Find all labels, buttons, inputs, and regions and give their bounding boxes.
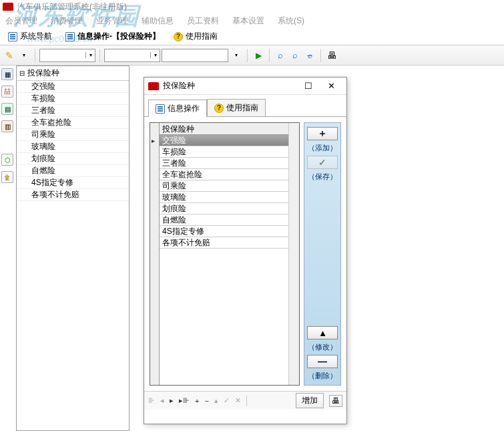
nav-cancel[interactable]: ✕ [235, 396, 241, 405]
side-icon-2[interactable]: 喆 [1, 86, 13, 98]
doc-icon [65, 32, 75, 41]
tree-panel: ⊟ 投保险种 交强险 车损险 三者险 全车盗抢险 司乘险 玻璃险 划痕险 自燃险… [16, 65, 130, 431]
save-label: （保存） [308, 172, 337, 182]
tab-label: 信息操作 [168, 103, 200, 114]
separator [35, 49, 35, 62]
search-dropdown[interactable]: ▾ [230, 49, 243, 62]
collapse-icon: ⊟ [19, 69, 25, 77]
nav-prev[interactable]: ◂ [160, 396, 164, 405]
footer-print-button[interactable]: 🖶 [329, 395, 342, 407]
grid-column: 投保险种 交强险 车损险 三者险 全车盗抢险 司乘险 玻璃险 划痕险 自燃险 4… [160, 123, 288, 385]
grid-row[interactable]: 车损险 [160, 146, 288, 158]
dialog-titlebar[interactable]: 投保险种 ☐ ✕ [144, 78, 346, 95]
tree-item[interactable]: 玻璃险 [17, 141, 129, 153]
side-icon-6[interactable]: 🗑 [1, 171, 13, 183]
toolbar: ✎ ▾ ▾ ▾ ▾ ▶ ⌕ ⌕ ⌕ 🖶 [0, 45, 504, 65]
tab-info-operation[interactable]: 信息操作-【投保险种】 [60, 29, 166, 44]
grid-row[interactable]: 各项不计免赔 [160, 237, 288, 249]
edit-dropdown[interactable]: ▾ [17, 49, 31, 62]
add-button[interactable]: ＋ [307, 127, 338, 140]
grid-row[interactable]: 自燃险 [160, 214, 288, 226]
tree-item[interactable]: 三者险 [17, 105, 129, 117]
dialog-icon [148, 82, 159, 90]
grid-row[interactable]: 玻璃险 [160, 192, 288, 203]
side-icon-1[interactable]: ▦ [1, 68, 13, 80]
nav-first[interactable]: ⊪ [148, 396, 155, 405]
nav-edit[interactable]: ▴ [214, 396, 218, 405]
tree-item[interactable]: 4S指定专修 [17, 177, 129, 189]
grid-row[interactable]: 三者险 [160, 158, 288, 169]
tab-label: 信息操作-【投保险种】 [77, 31, 160, 42]
menu-system[interactable]: 系统(S) [275, 14, 307, 28]
grid-header[interactable]: 投保险种 [160, 123, 288, 135]
menu-aux[interactable]: 辅助信息 [139, 14, 176, 28]
grid-scrollbar[interactable] [288, 123, 299, 385]
grid-row[interactable]: 司乘险 [160, 180, 288, 192]
search-button-1[interactable]: ⌕ [274, 49, 287, 62]
menu-consume[interactable]: 消费管理 [48, 14, 85, 28]
side-icon-bar: ▦ 喆 ▤ ▥ ⬡ 🗑 [0, 65, 16, 431]
search-button-2[interactable]: ⌕ [288, 49, 302, 62]
grid-row[interactable]: 划痕险 [160, 203, 288, 214]
modify-button[interactable]: ▴ [307, 326, 338, 339]
run-button[interactable]: ▶ [252, 49, 265, 62]
close-button[interactable]: ✕ [320, 80, 342, 93]
tab-label: 使用指南 [226, 102, 258, 114]
grid-row[interactable]: 交强险 [160, 135, 288, 146]
insurance-dialog: 投保险种 ☐ ✕ 信息操作 ? 使用指南 投保险种 交强险 车损险 三者险 全车… [144, 77, 347, 424]
tab-usage-guide[interactable]: ? 使用指南 [168, 29, 223, 44]
tree-item[interactable]: 车损险 [17, 93, 129, 105]
side-icon-5[interactable]: ⬡ [1, 154, 13, 166]
save-button: ✓ [307, 156, 338, 169]
separator [247, 49, 248, 62]
nav-remove[interactable]: − [204, 397, 208, 405]
tab-label: 使用指南 [186, 31, 218, 42]
dialog-body: 投保险种 交强险 车损险 三者险 全车盗抢险 司乘险 玻璃险 划痕险 自燃险 4… [144, 117, 346, 391]
menu-settings[interactable]: 基本设置 [230, 14, 267, 28]
dialog-tabs: 信息操作 ? 使用指南 [144, 95, 346, 117]
tree-header-label: 投保险种 [27, 67, 59, 79]
nav-last[interactable]: ▸⊪ [179, 396, 190, 405]
tree-item[interactable]: 全车盗抢险 [17, 117, 129, 129]
maximize-button[interactable]: ☐ [297, 80, 320, 93]
grid-row[interactable]: 4S指定专修 [160, 226, 288, 237]
doc-icon [156, 104, 165, 114]
edit-button[interactable]: ✎ [3, 49, 16, 62]
delete-button[interactable]: — [307, 355, 338, 368]
grid: 投保险种 交强险 车损险 三者险 全车盗抢险 司乘险 玻璃险 划痕险 自燃险 4… [150, 122, 300, 386]
menu-staff[interactable]: 员工资料 [184, 14, 222, 28]
tree-item[interactable]: 划痕险 [17, 153, 129, 165]
tree-item[interactable]: 各项不计免赔 [17, 189, 129, 201]
dialog-tab-guide[interactable]: ? 使用指南 [207, 99, 266, 116]
add-label: （添加） [308, 143, 337, 153]
app-title: 汽车俱乐部管理系统(非注册版) [17, 1, 127, 13]
dialog-tab-info[interactable]: 信息操作 [148, 100, 207, 117]
app-titlebar: 汽车俱乐部管理系统(非注册版) [0, 0, 504, 13]
dialog-title: 投保险种 [163, 80, 297, 92]
footer-add-button[interactable]: 增加 [296, 393, 324, 408]
tree-item[interactable]: 自燃险 [17, 165, 129, 177]
doc-icon [8, 32, 17, 41]
modify-label: （修改） [308, 342, 337, 352]
grid-row[interactable]: 全车盗抢险 [160, 169, 288, 180]
tree-header[interactable]: ⊟ 投保险种 [17, 66, 129, 81]
menu-member[interactable]: 会员管理 [3, 14, 40, 28]
nav-add[interactable]: + [195, 397, 199, 405]
tree-item[interactable]: 交强险 [17, 81, 129, 93]
menu-bar: 会员管理 消费管理 业务管理 辅助信息 员工资料 基本设置 系统(S) [0, 13, 504, 28]
print-button[interactable]: 🖶 [325, 49, 338, 62]
nav-confirm[interactable]: ✓ [224, 396, 230, 405]
delete-label: （删除） [308, 371, 337, 381]
search-input[interactable] [162, 49, 228, 62]
side-icon-4[interactable]: ▥ [1, 120, 13, 132]
side-icon-3[interactable]: ▤ [1, 103, 13, 115]
search-button-3[interactable]: ⌕ [303, 49, 316, 62]
nav-next[interactable]: ▸ [170, 396, 174, 405]
dialog-footer: ⊪ ◂ ▸ ▸⊪ + − ▴ ✓ ✕ 增加 🖶 [144, 391, 346, 410]
filter-dropdown-1[interactable]: ▾ [39, 49, 95, 62]
filter-dropdown-2[interactable]: ▾ [104, 49, 160, 62]
tree-item[interactable]: 司乘险 [17, 129, 129, 141]
tab-system-nav[interactable]: 系统导航 [3, 29, 57, 44]
chevron-down-icon: ▾ [150, 52, 160, 58]
menu-business[interactable]: 业务管理 [93, 14, 131, 28]
